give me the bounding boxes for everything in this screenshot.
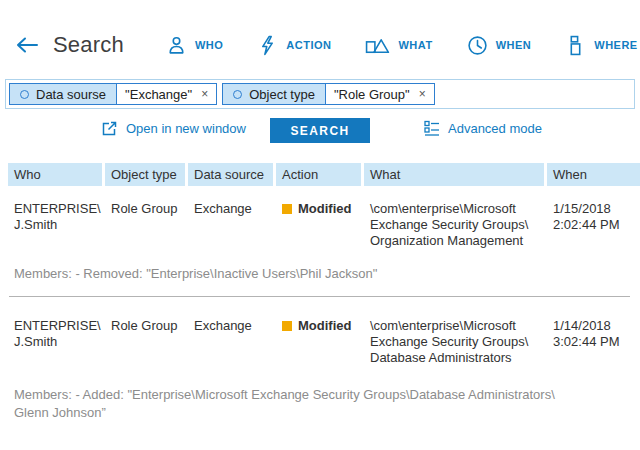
cell-object-type: Role Group [105,318,185,366]
what-shapes-icon [365,35,390,56]
open-in-new-window-label: Open in new window [126,121,246,136]
nav-who-label: WHO [195,39,223,51]
advanced-mode-label: Advanced mode [448,121,542,136]
when-clock-icon [467,35,488,56]
cell-who: ENTERPRISE\ J.Smith [8,318,102,366]
chip-field: Data sourse [10,84,116,104]
top-header: Search WHO ACTION WHAT [15,28,638,62]
cell-who: ENTERPRISE\ J.Smith [8,201,102,249]
cell-data-source: Exchange [188,318,273,366]
nav-when-label: WHEN [496,39,532,51]
advanced-mode-icon [424,120,440,136]
row-details: Members: - Removed: "Enterprise\Inactive… [14,265,620,283]
nav-where-label: WHERE [594,39,637,51]
page-title: Search [53,32,124,58]
cell-when: 1/14/2018 3:02:44 PM [547,318,640,366]
open-new-window-icon [101,120,118,137]
back-button[interactable] [15,36,39,54]
action-lightning-icon [257,35,278,56]
row-divider [9,296,630,297]
nav-item-action[interactable]: ACTION [257,35,331,56]
search-filter-bar[interactable]: Data sourse "Exchange" × Object type "Ro… [5,79,635,109]
column-header-what[interactable]: What [364,163,544,186]
cell-data-source: Exchange [188,201,273,249]
chip-field-label: Data sourse [36,87,106,102]
column-header-data-source[interactable]: Data source [188,163,273,186]
filter-circle-icon [233,90,242,99]
search-screen: Search WHO ACTION WHAT [0,0,640,450]
action-label: Modified [298,201,351,217]
modified-status-icon [282,321,292,331]
table-row[interactable]: ENTERPRISE\ J.Smith Role Group Exchange … [8,318,640,366]
table-row[interactable]: ENTERPRISE\ J.Smith Role Group Exchange … [8,201,640,249]
nav-item-who[interactable]: WHO [166,35,223,56]
who-person-icon [166,35,187,56]
search-button[interactable]: SEARCH [270,118,370,143]
chip-field: Object type [223,84,325,104]
nav-what-label: WHAT [398,39,432,51]
results-table-header: Who Object type Data source Action What … [8,163,640,186]
column-header-action[interactable]: Action [276,163,361,186]
chip-value-text: "Role Group" [334,87,410,102]
column-header-object-type[interactable]: Object type [105,163,185,186]
chip-value: "Exchange" × [116,84,216,104]
cell-when: 1/15/2018 2:02:44 PM [547,201,640,249]
row-details: Members: - Added: "Enterprise\Microsoft … [14,386,620,422]
action-label: Modified [298,318,351,334]
modified-status-icon [282,204,292,214]
nav-item-when[interactable]: WHEN [467,35,532,56]
nav-item-where[interactable]: WHERE [565,35,637,56]
cell-action: Modified [276,201,361,249]
chip-value: "Role Group" × [325,84,434,104]
filter-chip-object-type[interactable]: Object type "Role Group" × [222,83,435,105]
where-building-icon [565,35,586,56]
cell-what: \com\enterprise\Microsoft Exchange Secur… [364,201,544,249]
column-header-who[interactable]: Who [8,163,102,186]
advanced-mode-link[interactable]: Advanced mode [424,120,542,136]
open-in-new-window-link[interactable]: Open in new window [101,120,246,137]
chip-remove-icon[interactable]: × [201,88,208,100]
chip-field-label: Object type [249,87,315,102]
filter-circle-icon [20,90,29,99]
chip-remove-icon[interactable]: × [419,88,426,100]
cell-what: \com\enterprise\Microsoft Exchange Secur… [364,318,544,366]
nav-action-label: ACTION [286,39,331,51]
toolbar: Open in new window SEARCH Advanced mode [0,117,640,143]
column-header-when[interactable]: When [547,163,640,186]
nav-item-what[interactable]: WHAT [365,35,432,56]
cell-action: Modified [276,318,361,366]
chip-value-text: "Exchange" [125,87,192,102]
cell-object-type: Role Group [105,201,185,249]
back-arrow-icon [15,36,39,54]
filter-nav: WHO ACTION WHAT WHEN [166,35,638,56]
filter-chip-data-source[interactable]: Data sourse "Exchange" × [9,83,217,105]
